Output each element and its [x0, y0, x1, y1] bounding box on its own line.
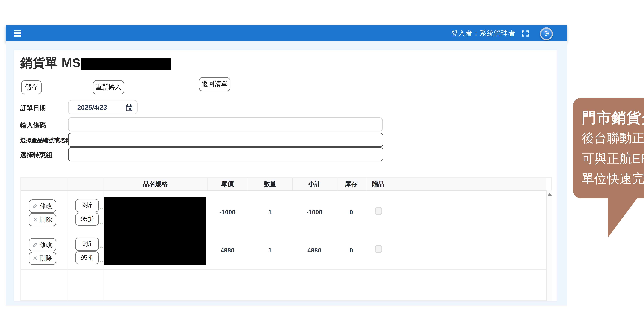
edit-button-label: 修改 — [40, 202, 52, 210]
login-user-label: 登入者：系統管理者 — [451, 29, 515, 38]
callout-line: 可與正航ERP串接，協助財務 — [582, 148, 644, 168]
delete-button-row1[interactable]: ✕ 刪除 — [29, 213, 56, 226]
delete-button-label: 刪除 — [40, 215, 52, 224]
more-dots: .. — [100, 204, 104, 210]
edit-button-row2[interactable]: 修改 — [29, 238, 56, 252]
more-dots: .. — [100, 219, 104, 225]
edit-button-row1[interactable]: 修改 — [29, 200, 56, 213]
product-select-label: 選擇產品編號或名稱 — [20, 136, 71, 144]
pencil-icon — [32, 204, 38, 209]
callout-tail-left — [608, 197, 638, 238]
discount90-button-row2[interactable]: 9折 — [75, 238, 99, 251]
x-icon: ✕ — [33, 256, 38, 261]
barcode-input[interactable] — [68, 118, 383, 132]
edit-button-label: 修改 — [40, 240, 52, 249]
scroll-up-icon[interactable] — [548, 193, 552, 196]
more-dots: .. — [100, 243, 104, 249]
callout-title: 門市銷貨介面 — [582, 108, 644, 128]
calendar-icon[interactable] — [126, 104, 132, 111]
order-date-label: 訂單日期 — [20, 104, 46, 113]
redaction-product-names — [104, 197, 206, 265]
topbar-right-cluster: 登入者：系統管理者 — [451, 25, 553, 42]
callout-bubble: 門市銷貨介面 後台聯動正航對帳，銷售資料 可與正航ERP串接，協助財務 單位快速… — [573, 98, 644, 198]
callout-body: 後台聯動正航對帳，銷售資料 可與正航ERP串接，協助財務 單位快速完成對帳作業 — [582, 128, 644, 189]
subtotal-row2: 4980 — [292, 247, 337, 254]
col-header-stock: 庫存 — [337, 178, 366, 190]
discount95-button-row1[interactable]: 95折 — [75, 212, 99, 226]
pencil-icon — [32, 242, 38, 247]
stock-row1: 0 — [337, 209, 366, 216]
callout-line: 後台聯動正航對帳，銷售資料 — [582, 128, 644, 148]
logout-icon — [543, 30, 550, 36]
order-date-value: 2025/4/23 — [77, 103, 107, 111]
fullscreen-icon[interactable] — [522, 30, 528, 36]
gift-checkbox-row1[interactable] — [375, 207, 382, 215]
unit-price-row2: 4980 — [207, 247, 248, 254]
menu-icon[interactable] — [14, 30, 21, 37]
col-header-qty: 數量 — [248, 178, 292, 190]
col-header-subtotal: 小計 — [292, 178, 337, 190]
top-navbar: 登入者：系統管理者 — [6, 25, 567, 42]
subtotal-row1: -1000 — [292, 209, 337, 216]
save-button[interactable]: 儲存 — [21, 80, 42, 94]
product-select-input[interactable] — [68, 133, 383, 147]
logout-button[interactable] — [540, 27, 553, 40]
combo-select-label: 選擇特惠組 — [20, 151, 52, 160]
order-items-table: 品名規格 單價 數量 小計 庫存 贈品 — [20, 177, 552, 301]
screenshot-root: 登入者：系統管理者 銷貨單 MS 儲存 重新轉入 返回清單 — [0, 0, 644, 322]
page-background: 銷貨單 MS 儲存 重新轉入 返回清單 訂單日期 2025/4/23 輸入條碼 — [6, 41, 567, 306]
order-date-input[interactable]: 2025/4/23 — [68, 100, 138, 114]
stock-row2: 0 — [337, 247, 366, 254]
combo-select-input[interactable] — [68, 147, 383, 161]
qty-row2: 1 — [248, 247, 292, 254]
page-title: 銷貨單 MS — [20, 54, 81, 71]
reimport-button[interactable]: 重新轉入 — [93, 80, 124, 94]
more-dots: .. — [100, 258, 104, 263]
discount90-button-row1[interactable]: 9折 — [75, 199, 99, 212]
qty-row1: 1 — [248, 209, 292, 216]
gift-checkbox-row2[interactable] — [375, 245, 382, 253]
x-icon: ✕ — [33, 217, 38, 222]
col-header-gift: 贈品 — [366, 178, 390, 190]
delete-button-label: 刪除 — [40, 254, 52, 262]
callout-line: 單位快速完成對帳作業 — [582, 168, 644, 189]
table-scrollbar[interactable] — [546, 190, 552, 301]
barcode-label: 輸入條碼 — [20, 121, 46, 130]
unit-price-row1: -1000 — [207, 209, 248, 216]
sales-order-card: 銷貨單 MS 儲存 重新轉入 返回清單 訂單日期 2025/4/23 輸入條碼 — [14, 50, 558, 302]
discount95-button-row2[interactable]: 95折 — [75, 251, 99, 264]
delete-button-row2[interactable]: ✕ 刪除 — [29, 252, 56, 265]
col-header-name-spec: 品名規格 — [104, 178, 207, 190]
col-header-unit-price: 單價 — [207, 178, 248, 190]
back-to-list-button[interactable]: 返回清單 — [199, 77, 230, 91]
redaction-order-number — [82, 58, 170, 70]
